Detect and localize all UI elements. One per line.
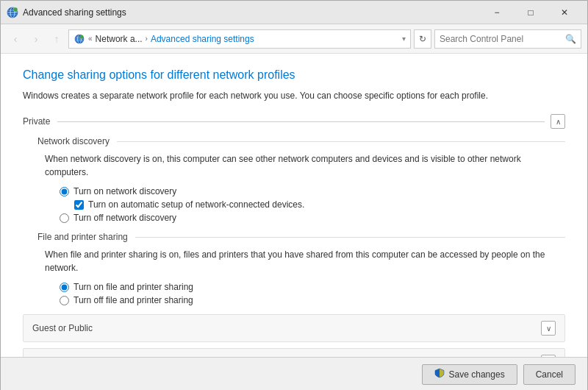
- private-collapse-button[interactable]: ∧: [551, 114, 565, 129]
- path-arrow: ›: [146, 35, 148, 43]
- turn-on-discovery-radio[interactable]: [60, 187, 69, 196]
- private-label: Private: [23, 116, 50, 127]
- turn-off-discovery-radio[interactable]: [60, 213, 69, 223]
- search-icon[interactable]: 🔍: [565, 34, 576, 44]
- back-button[interactable]: ‹: [7, 30, 24, 48]
- auto-setup-checkbox[interactable]: [74, 200, 84, 210]
- turn-off-sharing-item: Turn off file and printer sharing: [60, 295, 565, 305]
- main-content: Change sharing options for different net…: [1, 54, 587, 357]
- guest-public-collapse-button[interactable]: ∨: [541, 321, 556, 336]
- all-networks-collapse-button[interactable]: ∨: [541, 355, 556, 357]
- turn-off-discovery-label[interactable]: Turn off network discovery: [74, 213, 176, 223]
- minimize-button[interactable]: −: [480, 1, 514, 24]
- private-divider: [57, 121, 545, 122]
- save-label: Save changes: [449, 369, 505, 380]
- auto-setup-label[interactable]: Turn on automatic setup of network-conne…: [88, 199, 304, 210]
- file-sharing-options: Turn on file and printer sharing Turn of…: [60, 282, 565, 305]
- up-button[interactable]: ↑: [48, 30, 65, 48]
- file-sharing-header: File and printer sharing: [37, 232, 565, 242]
- network-discovery-label: Network discovery: [37, 136, 110, 146]
- save-button[interactable]: Save changes: [422, 364, 517, 385]
- turn-on-discovery-label[interactable]: Turn on network discovery: [74, 186, 176, 196]
- path-network: Network a...: [96, 34, 143, 44]
- auto-setup-item: Turn on automatic setup of network-conne…: [74, 199, 565, 210]
- turn-off-sharing-label[interactable]: Turn off file and printer sharing: [74, 295, 193, 305]
- private-section-header: Private ∧: [23, 114, 565, 129]
- turn-on-sharing-radio[interactable]: [60, 283, 69, 292]
- maximize-button[interactable]: □: [514, 1, 548, 24]
- file-sharing-description: When file and printer sharing is on, fil…: [45, 248, 565, 274]
- page-description: Windows creates a separate network profi…: [23, 89, 565, 102]
- turn-off-sharing-radio[interactable]: [60, 296, 69, 305]
- cancel-button[interactable]: Cancel: [523, 364, 576, 385]
- close-button[interactable]: ✕: [548, 1, 581, 24]
- footer: Save changes Cancel: [1, 357, 587, 390]
- path-current: Advanced sharing settings: [151, 34, 254, 44]
- network-discovery-divider: [117, 141, 565, 142]
- address-bar: ‹ › ↑ « Network a... › Advanced sharing …: [1, 24, 587, 54]
- network-discovery-options: Turn on network discovery Turn on automa…: [60, 186, 565, 223]
- window-title: Advanced sharing settings: [23, 7, 480, 18]
- title-bar: Advanced sharing settings − □ ✕: [1, 1, 587, 24]
- window-controls: − □ ✕: [480, 1, 581, 24]
- file-sharing-label: File and printer sharing: [37, 232, 128, 242]
- shield-icon: [434, 368, 445, 380]
- svg-point-14: [80, 35, 84, 38]
- turn-on-sharing-label[interactable]: Turn on file and printer sharing: [74, 282, 193, 292]
- path-dropdown-icon: ▾: [402, 35, 406, 43]
- refresh-button[interactable]: ↻: [414, 29, 431, 49]
- path-double-chevron: «: [88, 35, 93, 43]
- network-discovery-description: When network discovery is on, this compu…: [45, 152, 565, 179]
- guest-public-label: Guest or Public: [32, 323, 541, 333]
- title-bar-icon: [7, 7, 18, 18]
- search-input[interactable]: [440, 34, 562, 44]
- all-networks-section: All Networks ∨: [23, 348, 565, 357]
- turn-on-discovery-item: Turn on network discovery: [60, 186, 565, 196]
- search-box[interactable]: 🔍: [434, 29, 581, 49]
- network-discovery-header: Network discovery: [37, 136, 565, 146]
- address-path[interactable]: « Network a... › Advanced sharing settin…: [68, 29, 411, 49]
- turn-off-discovery-item: Turn off network discovery: [60, 213, 565, 223]
- forward-button[interactable]: ›: [27, 30, 45, 48]
- page-title: Change sharing options for different net…: [23, 68, 565, 82]
- guest-public-section: Guest or Public ∨: [23, 314, 565, 342]
- network-globe-icon: [74, 33, 85, 45]
- file-sharing-divider: [135, 237, 565, 238]
- turn-on-sharing-item: Turn on file and printer sharing: [60, 282, 565, 292]
